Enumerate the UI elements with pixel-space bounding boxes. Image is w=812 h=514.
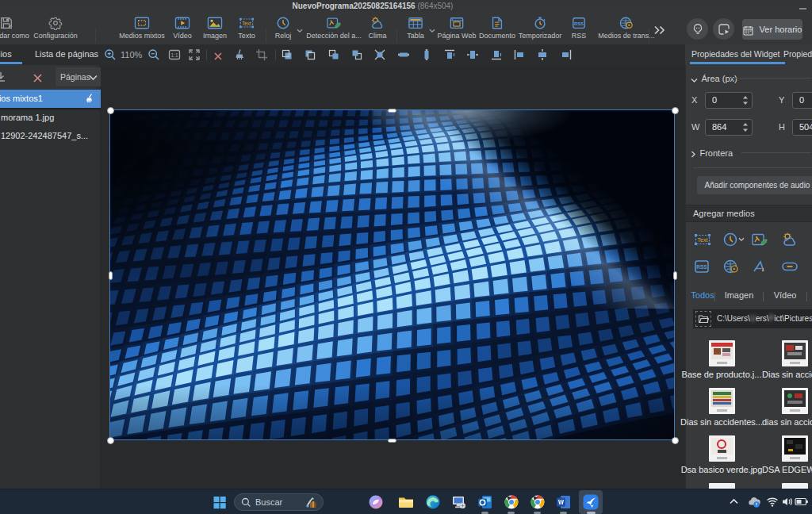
fit-window-button[interactable] — [188, 48, 201, 64]
add-env-detect-button[interactable] — [751, 232, 768, 247]
browse-folder-button[interactable] — [695, 311, 711, 327]
clock-dropdown-chevron[interactable] — [738, 237, 745, 242]
media-tab-imagen[interactable]: Imagen — [721, 290, 757, 300]
selection-handle[interactable] — [388, 109, 396, 113]
selection-handle[interactable] — [109, 271, 113, 280]
delete-page-button[interactable] — [33, 72, 43, 86]
zoom-out-button[interactable] — [147, 48, 160, 64]
y-input[interactable]: 0 — [792, 92, 812, 109]
chevron-down-icon — [691, 72, 698, 86]
spinner-arrows[interactable] — [742, 94, 749, 106]
page-list-item[interactable]: Medios mixtos1 — [0, 90, 101, 108]
pc-button[interactable] — [450, 493, 469, 512]
search-placeholder: Buscar — [255, 497, 282, 507]
add-weather-button[interactable] — [781, 232, 799, 247]
zoom-level-label: 110% — [121, 50, 142, 59]
area-section-label: Área (px) — [701, 74, 737, 83]
file-thumbnail[interactable] — [782, 388, 808, 414]
import-page-icon[interactable] — [0, 71, 7, 86]
chrome2-button[interactable] — [528, 493, 547, 512]
file-thumbnail-image — [784, 390, 806, 407]
page-list-item[interactable]: 12902-242487547_s... — [0, 127, 96, 145]
bring-front-button[interactable] — [281, 48, 293, 64]
main-toolbar: Guardar comoConfiguraciónMedios mixtosVí… — [0, 11, 812, 44]
word-button[interactable] — [554, 493, 573, 512]
add-media-label: Agregar medios — [693, 209, 755, 218]
start-button[interactable] — [210, 493, 229, 512]
settings-button[interactable]: Configuración — [20, 13, 91, 44]
align-center-button[interactable] — [536, 48, 549, 64]
align-right-button[interactable] — [560, 48, 573, 64]
add-streaming-button[interactable] — [722, 259, 740, 274]
preview-button[interactable] — [713, 18, 734, 40]
volume-button[interactable] — [781, 497, 794, 507]
add-text-button[interactable]: Text — [694, 232, 711, 247]
page-list-item[interactable]: morama 1.jpg — [0, 109, 96, 127]
spinner-arrows[interactable] — [742, 121, 749, 133]
x-input[interactable]: 0 — [705, 92, 753, 109]
align-left-button[interactable] — [513, 48, 526, 64]
copilot-button[interactable] — [366, 493, 385, 512]
selection-handle[interactable] — [673, 271, 677, 280]
tray-expand-button[interactable] — [729, 497, 739, 508]
file-thumbnail-caption — [717, 457, 727, 459]
add-media-strip: Agregar medios — [686, 205, 812, 222]
selection-handle[interactable] — [388, 439, 396, 443]
delete-widget-button[interactable] — [213, 50, 223, 64]
minimize-button[interactable] — [799, 8, 806, 10]
file-thumbnail[interactable] — [709, 388, 735, 414]
wifi-button[interactable] — [766, 497, 779, 507]
bulb-button[interactable] — [687, 18, 708, 40]
send-back-button[interactable] — [304, 48, 316, 64]
file-thumbnail[interactable] — [782, 340, 808, 366]
file-explorer-button[interactable] — [396, 493, 416, 512]
file-thumbnail[interactable] — [782, 435, 808, 462]
selection-handle[interactable] — [107, 107, 114, 114]
rename-brush-icon[interactable] — [83, 93, 94, 104]
panel-divider — [693, 167, 812, 168]
align-middle-button[interactable] — [466, 48, 479, 64]
bring-forward-button[interactable] — [327, 48, 340, 64]
w-input[interactable]: 864 — [705, 119, 753, 136]
more-tools-button[interactable] — [653, 24, 666, 38]
actual-size-button[interactable]: 1:1 — [168, 48, 181, 64]
media-tab-vídeo[interactable]: Vídeo — [767, 290, 803, 300]
align-top-button[interactable] — [443, 48, 456, 64]
chrome-button[interactable] — [502, 493, 521, 512]
view-schedule-button[interactable]: Ver horario — [742, 19, 802, 40]
add-clock-button[interactable] — [722, 232, 738, 247]
add-audio-button[interactable]: Añadir componentes de audio — [697, 176, 812, 194]
outlook-button[interactable] — [476, 493, 495, 512]
file-thumbnail[interactable] — [709, 340, 735, 366]
file-thumbnail-image — [711, 343, 733, 359]
widget-streaming-media-button[interactable]: Medios de trans... — [591, 13, 662, 44]
tab-program-properties[interactable]: Propiedades de programa — [783, 44, 812, 65]
taskbar-search[interactable]: Buscar — [234, 493, 324, 511]
pages-dropdown[interactable]: Páginas — [56, 67, 101, 86]
file-thumbnail[interactable] — [709, 435, 735, 462]
file-name-label: DSA EDGEWELL — [762, 465, 812, 474]
selection-handle[interactable] — [107, 437, 114, 444]
add-capsule-button[interactable] — [781, 259, 799, 274]
fill-stage-button[interactable] — [373, 48, 386, 64]
chevron-down-icon — [89, 75, 98, 81]
media-tab-todos[interactable]: Todos — [684, 290, 721, 300]
align-bottom-button[interactable] — [490, 48, 503, 64]
fill-height-button[interactable] — [420, 48, 433, 64]
tab-page-list[interactable]: Lista de páginas — [35, 44, 98, 65]
zoom-in-button[interactable] — [104, 48, 117, 64]
selection-handle[interactable] — [672, 107, 679, 114]
add-rss-button[interactable]: RSS — [694, 259, 710, 274]
add-calligraphy-button[interactable] — [751, 259, 767, 274]
clean-button[interactable] — [233, 48, 246, 64]
h-input[interactable]: 504 — [792, 119, 812, 136]
battery-button[interactable] — [795, 497, 808, 507]
viplex-button[interactable] — [581, 493, 600, 512]
edge-button[interactable] — [423, 493, 442, 512]
fill-width-button[interactable] — [397, 48, 410, 64]
selection-handle[interactable] — [672, 437, 679, 444]
editor-canvas[interactable] — [101, 65, 685, 489]
onedrive-button[interactable] — [747, 497, 760, 508]
send-backward-button[interactable] — [350, 48, 363, 64]
crop-button[interactable] — [255, 48, 268, 64]
